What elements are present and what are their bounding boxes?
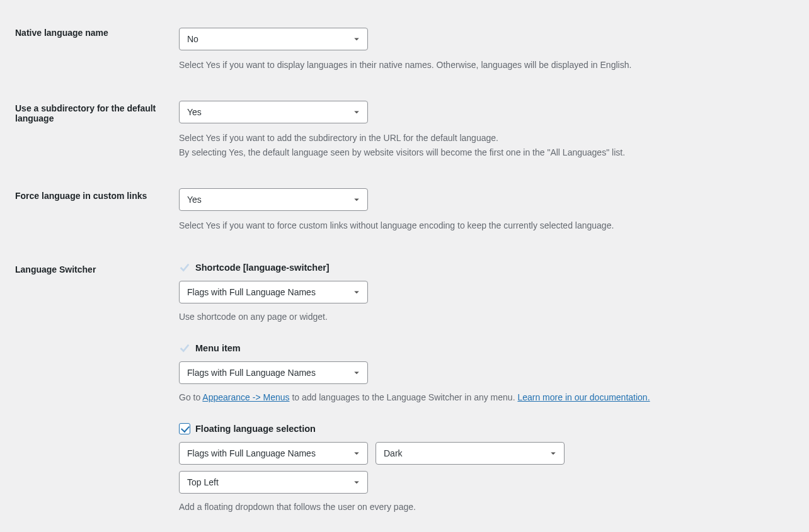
shortcode-description: Use shortcode on any page or widget. (179, 310, 784, 324)
subdirectory-default-label: Use a subdirectory for the default langu… (15, 103, 156, 123)
shortcode-title: Shortcode [language-switcher] (195, 263, 330, 273)
native-language-name-label: Native language name (15, 28, 108, 38)
force-language-description: Select Yes if you want to force custom l… (179, 218, 784, 232)
force-language-select[interactable]: Yes (179, 188, 368, 211)
floating-checkbox[interactable] (179, 423, 190, 434)
appearance-menus-link[interactable]: Appearance -> Menus (202, 392, 289, 402)
subdirectory-default-description: Select Yes if you want to add the subdir… (179, 131, 784, 159)
subdirectory-default-select[interactable]: Yes (179, 101, 368, 123)
native-language-name-description: Select Yes if you want to display langua… (179, 58, 784, 72)
floating-position-select[interactable]: Top Left (179, 471, 368, 494)
floating-theme-select[interactable]: Dark (376, 442, 565, 465)
menu-item-description: Go to Appearance -> Menus to add languag… (179, 390, 784, 404)
floating-display-select[interactable]: Flags with Full Language Names (179, 442, 368, 465)
native-language-name-select[interactable]: No (179, 28, 368, 50)
shortcode-display-select[interactable]: Flags with Full Language Names (179, 281, 368, 303)
force-language-label: Force language in custom links (15, 191, 147, 201)
check-icon (179, 262, 190, 273)
floating-description: Add a floating dropdown that follows the… (179, 500, 784, 514)
menu-item-title: Menu item (195, 343, 241, 353)
menu-item-display-select[interactable]: Flags with Full Language Names (179, 361, 368, 384)
check-icon (179, 342, 190, 354)
floating-title: Floating language selection (195, 424, 316, 434)
learn-more-link[interactable]: Learn more in our documentation. (517, 392, 650, 402)
language-switcher-label: Language Switcher (15, 264, 96, 274)
